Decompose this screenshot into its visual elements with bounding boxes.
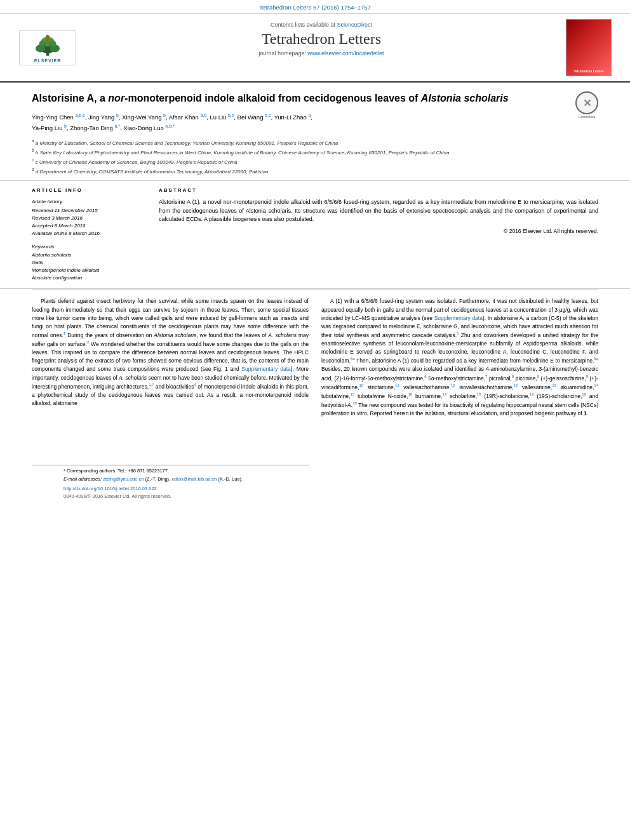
email-label: E-mail addresses: bbox=[64, 476, 102, 482]
keyword-2: Galls bbox=[32, 259, 146, 267]
sciencedirect-prefix: Contents lists available at bbox=[271, 22, 335, 28]
article-info-panel: ARTICLE INFO Article history: Received 1… bbox=[32, 187, 146, 282]
article-history: Article history: Received 11 December 20… bbox=[32, 198, 146, 237]
body-column-right: A (1) with a 6/5/6/6 fused-ring system w… bbox=[321, 297, 598, 501]
abstract-panel: ABSTRACT Alstorisine A (1), a novel nor-… bbox=[159, 187, 598, 282]
homepage-url[interactable]: www.elsevier.com/locate/tetlet bbox=[308, 50, 384, 57]
email1-link[interactable]: ztding@ynu.edu.cn bbox=[103, 476, 144, 482]
abstract-body: Alstorisine A (1), a novel nor-monoterpe… bbox=[159, 199, 598, 222]
elsevier-text: ELSEVIER bbox=[34, 58, 62, 63]
sciencedirect-line: Contents lists available at ScienceDirec… bbox=[95, 22, 547, 28]
keyword-3: Monoterpenoid indole alkaloid bbox=[32, 267, 146, 274]
publisher-logo-area: ELSEVIER bbox=[13, 19, 83, 76]
email1-name: Z.-T. Ding bbox=[147, 476, 168, 482]
journal-reference-link[interactable]: Tetrahedron Letters 57 (2016) 1754–1757 bbox=[259, 4, 371, 11]
article-body: Plants defend against insect herbivory f… bbox=[0, 290, 630, 509]
supplementary-data-link[interactable]: Supplementary data bbox=[434, 315, 483, 321]
revised-date: Revised 3 March 2016 bbox=[32, 215, 146, 222]
homepage-prefix: journal homepage: bbox=[258, 50, 307, 57]
doi-link: http://dx.doi.org/10.1016/j.tetlet.2016.… bbox=[64, 485, 277, 493]
keyword-4: Absolute configuration bbox=[32, 274, 146, 282]
corresponding-note: * Corresponding authors. Tel.: +86 871 6… bbox=[64, 468, 277, 475]
received-date: Received 11 December 2015 bbox=[32, 207, 146, 215]
sciencedirect-link[interactable]: ScienceDirect bbox=[337, 22, 373, 28]
journal-cover-area: Tetrahedron Letters bbox=[560, 19, 617, 76]
body-spacer bbox=[32, 411, 309, 462]
article-info-header: ARTICLE INFO bbox=[32, 187, 146, 193]
svg-point-5 bbox=[39, 41, 46, 46]
svg-point-6 bbox=[49, 41, 57, 46]
article-info-abstract-section: ARTICLE INFO Article history: Received 1… bbox=[0, 181, 630, 289]
affiliation-a: a Ministry of Education, School of Chemi… bbox=[36, 140, 338, 146]
abstract-text: Alstorisine A (1), a novel nor-monoterpe… bbox=[159, 198, 598, 224]
corresponding-text: * Corresponding authors. Tel.: +86 871 6… bbox=[64, 468, 169, 474]
affiliation-d: d Department of Chemistry, COMSATS Insti… bbox=[36, 168, 269, 174]
journal-cover-image: Tetrahedron Letters bbox=[566, 19, 612, 76]
authors-list: Ying-Ying Chen a,b,c, Jing Yang b, Xing-… bbox=[32, 112, 598, 133]
abstract-copyright: © 2016 Elsevier Ltd. All rights reserved… bbox=[159, 228, 598, 234]
available-date: Available online 8 March 2016 bbox=[32, 230, 146, 237]
cover-title: Tetrahedron Letters bbox=[574, 69, 604, 73]
journal-title: Tetrahedron Letters bbox=[95, 30, 547, 48]
abstract-header: ABSTRACT bbox=[159, 187, 598, 193]
crossmark-label: CrossMark bbox=[575, 115, 598, 119]
article-title: Alstorisine A, a nor-monoterpenoid indol… bbox=[32, 91, 598, 105]
body-paragraph-1: Plants defend against insect herbivory f… bbox=[32, 297, 309, 408]
email2-name: X.-D. Luo bbox=[220, 476, 240, 482]
keywords-section: Keywords: Alstonia scholaris Galls Monot… bbox=[32, 244, 146, 282]
svg-rect-8 bbox=[46, 39, 48, 43]
journal-title-area: Contents lists available at ScienceDirec… bbox=[83, 19, 560, 76]
article-header-section: ✕ CrossMark Alstorisine A, a nor-monoter… bbox=[0, 83, 630, 181]
crossmark-circle: ✕ bbox=[575, 91, 598, 114]
affiliation-b: b State Key Laboratory of Phytochemistry… bbox=[36, 150, 450, 156]
history-title: Article history: bbox=[32, 198, 146, 206]
journal-header: ELSEVIER Contents lists available at Sci… bbox=[0, 14, 630, 83]
email2-link[interactable]: xdluo@mail.kib.ac.cn bbox=[171, 476, 217, 482]
svg-point-7 bbox=[46, 35, 50, 39]
keyword-1: Alstonia scholaris bbox=[32, 251, 146, 259]
keywords-title: Keywords: bbox=[32, 244, 146, 250]
email-note: E-mail addresses: ztding@ynu.edu.cn (Z.-… bbox=[64, 476, 277, 483]
accepted-date: Accepted 8 March 2016 bbox=[32, 222, 146, 230]
supplementary-link[interactable]: Supplementary data bbox=[241, 366, 290, 372]
journal-homepage: journal homepage: www.elsevier.com/locat… bbox=[95, 50, 547, 57]
journal-reference-bar: Tetrahedron Letters 57 (2016) 1754–1757 bbox=[0, 0, 630, 14]
footer-section: * Corresponding authors. Tel.: +86 871 6… bbox=[32, 465, 309, 501]
crossmark-badge: ✕ CrossMark bbox=[575, 91, 598, 114]
elsevier-logo: ELSEVIER bbox=[19, 30, 76, 65]
body-column-left: Plants defend against insect herbivory f… bbox=[32, 297, 309, 501]
crossmark-icon: ✕ bbox=[583, 97, 591, 109]
doi-anchor[interactable]: http://dx.doi.org/10.1016/j.tetlet.2016.… bbox=[64, 486, 157, 491]
affiliations-list: a a Ministry of Education, School of Che… bbox=[32, 138, 598, 175]
body-paragraph-2: A (1) with a 6/5/6/6 fused-ring system w… bbox=[321, 297, 598, 417]
issn-copyright: 0040-4039/© 2016 Elsevier Ltd. All right… bbox=[64, 493, 277, 500]
affiliation-c: c University of Chinese Academy of Scien… bbox=[35, 159, 237, 164]
